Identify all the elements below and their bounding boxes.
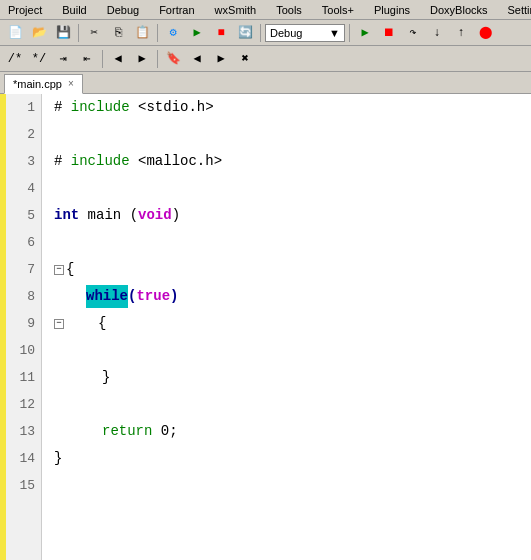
- debug-dropdown-label: Debug: [270, 27, 302, 39]
- separator-3: [260, 24, 261, 42]
- separator-1: [78, 24, 79, 42]
- code-line-7: − {: [54, 256, 531, 283]
- code-line-5: int main ( void ): [54, 202, 531, 229]
- menu-debug[interactable]: Debug: [103, 2, 143, 18]
- int-keyword: int: [54, 204, 79, 227]
- debug-stop-button[interactable]: ⏹: [378, 22, 400, 44]
- bookmark-clear-button[interactable]: ✖: [234, 48, 256, 70]
- stop-button[interactable]: ■: [210, 22, 232, 44]
- tab-main-cpp[interactable]: *main.cpp ×: [4, 74, 83, 94]
- line-num-2: 2: [10, 121, 35, 148]
- chevron-down-icon: ▼: [329, 27, 340, 39]
- line-num-8: 8: [10, 283, 35, 310]
- return-keyword: return: [102, 420, 152, 443]
- run-button[interactable]: ▶: [186, 22, 208, 44]
- line-num-14: 14: [10, 445, 35, 472]
- line-num-6: 6: [10, 229, 35, 256]
- separator-6: [157, 50, 158, 68]
- code-line-14: }: [54, 445, 531, 472]
- step-out-button[interactable]: ↑: [450, 22, 472, 44]
- code-line-10: [54, 337, 531, 364]
- code-line-6: [54, 229, 531, 256]
- separator-4: [349, 24, 350, 42]
- code-line-8: while ( true ): [54, 283, 531, 310]
- menu-tools[interactable]: Tools: [272, 2, 306, 18]
- code-line-2: [54, 121, 531, 148]
- tab-label: *main.cpp: [13, 78, 62, 90]
- return-val: 0;: [152, 420, 177, 443]
- header-1: <stdio.h>: [138, 96, 214, 119]
- while-keyword: while: [86, 285, 128, 308]
- include-kw-3: include: [62, 150, 138, 173]
- step-over-button[interactable]: ↷: [402, 22, 424, 44]
- menu-plugins[interactable]: Plugins: [370, 2, 414, 18]
- code-line-3: # include <malloc.h>: [54, 148, 531, 175]
- menu-doxyblocks[interactable]: DoxyBlocks: [426, 2, 491, 18]
- void-keyword: void: [138, 204, 172, 227]
- fold-marker-9[interactable]: −: [54, 319, 64, 329]
- brace-close-14: }: [54, 447, 62, 470]
- nav-back-button[interactable]: ◀: [107, 48, 129, 70]
- indent-button[interactable]: ⇥: [52, 48, 74, 70]
- main-fn: main (: [79, 204, 138, 227]
- brace-close-11: }: [102, 366, 110, 389]
- icon-toolbar-2: /* */ ⇥ ⇤ ◀ ▶ 🔖 ◀ ▶ ✖: [0, 46, 531, 72]
- menu-wxsmith[interactable]: wxSmith: [211, 2, 261, 18]
- menu-project[interactable]: Project: [4, 2, 46, 18]
- tab-bar: *main.cpp ×: [0, 72, 531, 94]
- copy-button[interactable]: ⎘: [107, 22, 129, 44]
- save-button[interactable]: 💾: [52, 22, 74, 44]
- paste-button[interactable]: 📋: [131, 22, 153, 44]
- menu-bar: Project Build Debug Fortran wxSmith Tool…: [0, 0, 531, 20]
- build-button[interactable]: ⚙: [162, 22, 184, 44]
- code-line-15: [54, 472, 531, 499]
- debug-run-button[interactable]: ▶: [354, 22, 376, 44]
- line-num-13: 13: [10, 418, 35, 445]
- true-keyword: true: [136, 285, 170, 308]
- fold-marker-7[interactable]: −: [54, 265, 64, 275]
- include-kw-1: include: [62, 96, 138, 119]
- debug-dropdown[interactable]: Debug ▼: [265, 24, 345, 42]
- bookmark-toggle-button[interactable]: 🔖: [162, 48, 184, 70]
- icon-toolbar-1: 📄 📂 💾 ✂ ⎘ 📋 ⚙ ▶ ■ 🔄 Debug ▼ ▶ ⏹ ↷ ↓ ↑ ⬤: [0, 20, 531, 46]
- code-area: 1 2 3 4 5 6 7 8 9 10 11 12 13 14 15 # in…: [0, 94, 531, 560]
- line-num-1: 1: [10, 94, 35, 121]
- line-num-7: 7: [10, 256, 35, 283]
- while-open: (: [128, 285, 136, 308]
- menu-build[interactable]: Build: [58, 2, 90, 18]
- breakpoint-button[interactable]: ⬤: [474, 22, 496, 44]
- line-num-15: 15: [10, 472, 35, 499]
- code-line-11: }: [54, 364, 531, 391]
- uncomment-button[interactable]: */: [28, 48, 50, 70]
- line-num-10: 10: [10, 337, 35, 364]
- code-line-13: return 0;: [54, 418, 531, 445]
- brace-open-7: {: [66, 258, 74, 281]
- menu-settings[interactable]: Settings: [504, 2, 531, 18]
- menu-fortran[interactable]: Fortran: [155, 2, 198, 18]
- cut-button[interactable]: ✂: [83, 22, 105, 44]
- bookmark-prev-button[interactable]: ◀: [186, 48, 208, 70]
- tab-close-button[interactable]: ×: [68, 79, 74, 89]
- hash-1: #: [54, 96, 62, 119]
- line-num-11: 11: [10, 364, 35, 391]
- code-line-12: [54, 391, 531, 418]
- menu-tools-plus[interactable]: Tools+: [318, 2, 358, 18]
- code-editor[interactable]: # include <stdio.h> # include <malloc.h>…: [42, 94, 531, 560]
- line-num-3: 3: [10, 148, 35, 175]
- open-button[interactable]: 📂: [28, 22, 50, 44]
- nav-fwd-button[interactable]: ▶: [131, 48, 153, 70]
- new-button[interactable]: 📄: [4, 22, 26, 44]
- separator-2: [157, 24, 158, 42]
- code-line-4: [54, 175, 531, 202]
- code-line-9: − {: [54, 310, 531, 337]
- bookmark-next-button[interactable]: ▶: [210, 48, 232, 70]
- line-numbers: 1 2 3 4 5 6 7 8 9 10 11 12 13 14 15: [6, 94, 42, 560]
- rebuild-button[interactable]: 🔄: [234, 22, 256, 44]
- comment-button[interactable]: /*: [4, 48, 26, 70]
- line-num-4: 4: [10, 175, 35, 202]
- unindent-button[interactable]: ⇤: [76, 48, 98, 70]
- code-line-1: # include <stdio.h>: [54, 94, 531, 121]
- line-num-12: 12: [10, 391, 35, 418]
- step-into-button[interactable]: ↓: [426, 22, 448, 44]
- line-num-9: 9: [10, 310, 35, 337]
